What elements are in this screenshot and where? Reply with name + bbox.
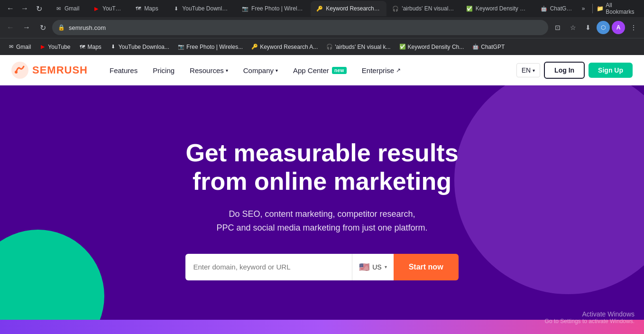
bookmark-yt-dl[interactable]: ⬇ YouTube Downloa... bbox=[106, 42, 173, 52]
forward-nav-button[interactable]: → bbox=[20, 21, 33, 34]
nav-right-actions: EN ▾ Log In Sign Up bbox=[516, 62, 633, 79]
bookmark-freephoto[interactable]: 📷 Free Photo | Wireles... bbox=[174, 42, 247, 52]
tab-label: Maps bbox=[144, 5, 158, 12]
all-bookmarks-label: All Bookmarks bbox=[606, 2, 640, 15]
density-bm-icon: ✅ bbox=[399, 44, 406, 50]
nav-features[interactable]: Features bbox=[103, 63, 144, 78]
tab-youtube[interactable]: ▶ YouTube bbox=[87, 1, 129, 16]
bookmark-label: ChatGPT bbox=[481, 44, 505, 50]
bookmark-label: Maps bbox=[88, 44, 101, 50]
search-input-wrap bbox=[185, 254, 352, 280]
more-tabs-button[interactable]: » bbox=[578, 5, 589, 12]
back-nav-button[interactable]: ← bbox=[4, 21, 17, 34]
youtube-favicon: ▶ bbox=[93, 5, 100, 12]
bookmarks-folder-icon: 📁 bbox=[597, 5, 604, 12]
gmail-bm-icon: ✉ bbox=[8, 44, 14, 50]
bookmark-youtube[interactable]: ▶ YouTube bbox=[36, 42, 74, 52]
svg-point-0 bbox=[11, 62, 28, 79]
download-button[interactable]: ⬇ bbox=[581, 21, 595, 34]
all-bookmarks-btn[interactable]: 📁 All Bookmarks bbox=[597, 2, 640, 15]
gmail-favicon: ✉ bbox=[55, 5, 62, 12]
bookmark-airbuds[interactable]: 🎧 'airbuds' EN visual k... bbox=[322, 42, 394, 52]
omnibar-row: ← → ↻ 🔒 semrush.com ⊡ ☆ ⬇ ⬡ A ⋮ bbox=[0, 17, 644, 38]
bookmark-maps[interactable]: 🗺 Maps bbox=[75, 42, 105, 52]
tab-label: Keyword Density Ch... bbox=[476, 5, 529, 12]
refresh-button[interactable]: ↻ bbox=[36, 21, 49, 34]
tab-gmail[interactable]: ✉ Gmail bbox=[49, 1, 87, 16]
back-button[interactable]: ← bbox=[4, 2, 17, 15]
hero-title: Get measurable resultsfrom online market… bbox=[185, 139, 458, 196]
tab-label: Gmail bbox=[64, 5, 79, 12]
lock-icon: 🔒 bbox=[58, 24, 65, 31]
tab-bar-separator bbox=[592, 4, 593, 13]
svg-point-1 bbox=[15, 71, 18, 74]
semrush-logo-text: SEMRUSH bbox=[32, 64, 88, 76]
bookmark-label: Keyword Research A... bbox=[260, 44, 318, 50]
signup-button[interactable]: Sign Up bbox=[589, 63, 633, 78]
url-display: semrush.com bbox=[69, 24, 543, 31]
airbuds-bm-icon: 🎧 bbox=[326, 44, 333, 50]
activate-windows-subtitle: Go to Settings to activate Windows. bbox=[545, 318, 635, 325]
page-content: SEMRUSH Features Pricing Resources ▾ Com… bbox=[0, 55, 644, 334]
nav-pricing[interactable]: Pricing bbox=[146, 63, 181, 78]
bookmark-gmail[interactable]: ✉ Gmail bbox=[4, 42, 35, 52]
bookmark-label: Keyword Density Ch... bbox=[408, 44, 464, 50]
language-selector[interactable]: EN ▾ bbox=[516, 63, 540, 77]
airbuds-favicon: 🎧 bbox=[392, 5, 399, 12]
tab-airbuds[interactable]: 🎧 'airbuds' EN visual k... bbox=[386, 1, 460, 16]
bookmark-chatgpt[interactable]: 🤖 ChatGPT bbox=[469, 42, 508, 52]
start-now-button[interactable]: Start now bbox=[394, 254, 459, 280]
tab-label: Free Photo | Wireles... bbox=[251, 5, 305, 12]
nav-links: Features Pricing Resources ▾ Company ▾ A… bbox=[103, 63, 516, 78]
tab-label: YouTube bbox=[102, 5, 123, 12]
bookmark-star-button[interactable]: ☆ bbox=[566, 21, 580, 34]
hero-content: Get measurable resultsfrom online market… bbox=[176, 139, 468, 280]
country-chevron-icon: ▾ bbox=[385, 264, 387, 269]
extensions-button[interactable]: ⬡ bbox=[597, 21, 610, 34]
bookmark-density[interactable]: ✅ Keyword Density Ch... bbox=[396, 42, 468, 52]
nav-app-center[interactable]: App Center new bbox=[286, 63, 353, 78]
tab-label: Keyword Research A... bbox=[326, 5, 381, 12]
lang-label: EN bbox=[522, 66, 531, 74]
tab-yt-dl[interactable]: ⬇ YouTube Downloa... bbox=[167, 1, 236, 16]
bookmark-keyword[interactable]: 🔑 Keyword Research A... bbox=[248, 42, 322, 52]
nav-company[interactable]: Company ▾ bbox=[237, 63, 285, 78]
reload-button[interactable]: ↻ bbox=[32, 2, 46, 15]
country-selector[interactable]: 🇺🇸 US ▾ bbox=[352, 254, 393, 280]
nav-enterprise[interactable]: Enterprise ↗ bbox=[355, 63, 407, 78]
hero-bg-circle-right bbox=[454, 85, 644, 294]
youtube-bm-icon: ▶ bbox=[39, 44, 46, 50]
address-bar[interactable]: 🔒 semrush.com bbox=[52, 20, 548, 35]
hero-section: Get measurable resultsfrom online market… bbox=[0, 85, 644, 334]
nav-resources[interactable]: Resources ▾ bbox=[183, 63, 235, 78]
semrush-logo-icon bbox=[11, 62, 28, 79]
tab-chatgpt[interactable]: 🤖 ChatGPT bbox=[535, 1, 578, 16]
semrush-logo[interactable]: SEMRUSH bbox=[11, 62, 88, 79]
screen-cast-button[interactable]: ⊡ bbox=[551, 21, 564, 34]
freephoto-bm-icon: 📷 bbox=[178, 44, 184, 50]
menu-button[interactable]: ⋮ bbox=[627, 21, 640, 34]
bookmark-label: Gmail bbox=[16, 44, 31, 50]
login-button[interactable]: Log In bbox=[544, 62, 585, 79]
hero-subtitle: Do SEO, content marketing, competitor re… bbox=[185, 207, 458, 235]
maps-bm-icon: 🗺 bbox=[79, 44, 86, 50]
hero-bg-circle-left bbox=[0, 230, 104, 334]
omnibar-actions: ⊡ ☆ ⬇ ⬡ A ⋮ bbox=[551, 21, 640, 34]
tab-label: ChatGPT bbox=[550, 5, 572, 12]
tab-keyword-density[interactable]: ✅ Keyword Density Ch... bbox=[460, 1, 535, 16]
profile-button[interactable]: A bbox=[612, 21, 625, 34]
bookmark-label: YouTube Downloa... bbox=[119, 44, 169, 50]
keyword-density-favicon: ✅ bbox=[466, 5, 473, 12]
tab-maps[interactable]: 🗺 Maps bbox=[129, 1, 167, 16]
maps-favicon: 🗺 bbox=[135, 5, 141, 12]
us-flag-icon: 🇺🇸 bbox=[359, 262, 369, 272]
tab-label: 'airbuds' EN visual k... bbox=[402, 5, 454, 12]
forward-button[interactable]: → bbox=[18, 2, 31, 15]
country-label: US bbox=[372, 263, 381, 271]
domain-search-input[interactable] bbox=[193, 263, 344, 271]
activate-windows-title: Activate Windows bbox=[545, 310, 635, 318]
lang-chevron-icon: ▾ bbox=[533, 68, 535, 73]
tab-freephoto[interactable]: 📷 Free Photo | Wireles... bbox=[236, 1, 311, 16]
windows-activation-notice: Activate Windows Go to Settings to activ… bbox=[545, 310, 635, 325]
tab-keyword-research[interactable]: 🔑 Keyword Research A... bbox=[311, 1, 386, 16]
